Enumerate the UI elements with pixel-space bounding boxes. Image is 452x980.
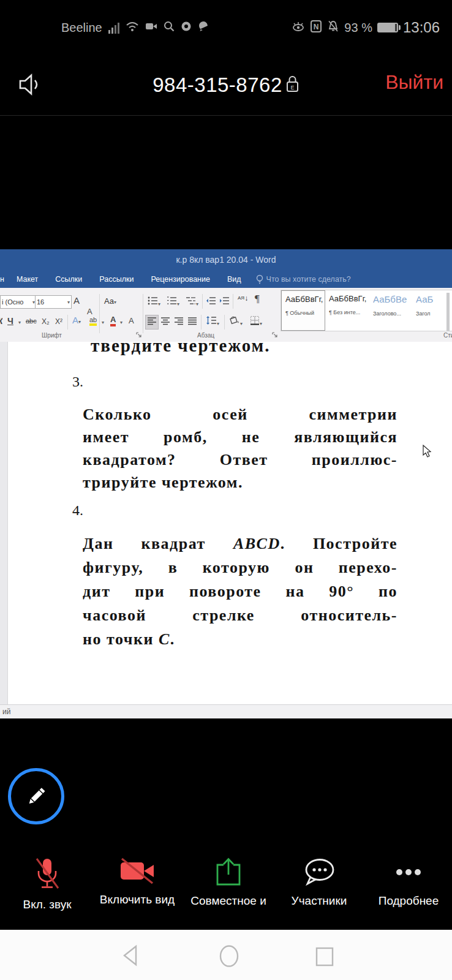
nfc-icon: N: [310, 20, 322, 36]
word-title-bar: к.р 8кл вар1 20.04 - Word: [0, 249, 452, 270]
underline-button[interactable]: Ч: [7, 316, 13, 326]
annotate-button[interactable]: [8, 768, 64, 824]
back-button[interactable]: [121, 944, 140, 969]
zoom-toolbar: Вкл. звук Включить вид Совместное и: [0, 856, 452, 930]
leave-meeting-button[interactable]: Выйти: [385, 71, 443, 94]
style-heading2[interactable]: АаБ Загол: [412, 290, 450, 331]
sort-button[interactable]: АЯ ↓: [238, 294, 248, 303]
participants-button[interactable]: Участники: [270, 856, 368, 908]
font-group-label: Шрифт: [42, 332, 62, 339]
text-effects-button[interactable]: А▾: [72, 315, 81, 325]
superscript-button[interactable]: X²: [55, 317, 62, 326]
doc-item3-number: 3.: [72, 374, 83, 390]
justify-button[interactable]: [187, 317, 197, 328]
tab-partial[interactable]: н: [0, 275, 4, 284]
language-indicator-partial[interactable]: ий: [2, 707, 10, 716]
more-dots-icon: [391, 856, 426, 888]
chat-bubble-icon: [301, 856, 337, 888]
battery-percent-label: 93 %: [344, 21, 372, 35]
change-case-button[interactable]: Аа▾: [104, 296, 116, 306]
search-status-icon: [164, 21, 175, 34]
chat-status-icon: [198, 21, 209, 34]
home-button[interactable]: [218, 944, 240, 970]
font-color-button[interactable]: А: [110, 315, 116, 326]
share-screen-button[interactable]: Совместное и: [179, 856, 277, 908]
style-heading1[interactable]: АаБбВе Заголово...: [369, 290, 412, 331]
paragraph-group-label: Абзац: [197, 332, 214, 339]
share-screen-icon: [213, 856, 244, 888]
android-status-bar: Beeline N: [0, 0, 452, 55]
align-left-button[interactable]: [146, 315, 158, 329]
decrease-indent-button[interactable]: [206, 296, 216, 308]
tab-layout[interactable]: Макет: [17, 275, 38, 284]
word-status-bar: ий: [0, 704, 452, 718]
doc-paragraph-4: Дан квадрат ABCD. Постройте фигуру, в ко…: [83, 532, 397, 651]
style-no-spacing[interactable]: АаБбВвГг, ¶ Без инте...: [325, 290, 369, 331]
align-right-button[interactable]: [174, 317, 184, 328]
doc-paragraph-3: Сколько осей симметрии имеет ромб, не яв…: [83, 403, 397, 494]
start-video-button[interactable]: Включить вид: [88, 856, 186, 907]
tab-references[interactable]: Ссылки: [55, 275, 82, 284]
doc-cut-line: твердите чертежом.: [91, 342, 271, 356]
page-gutter: [0, 342, 8, 704]
tab-mailings[interactable]: Рассылки: [99, 275, 134, 284]
unmute-button[interactable]: Вкл. звук: [0, 856, 96, 911]
ribbon: i (Осно▾ 16▾ А▲ А▼ Аа▾ А ▾ ▾ ▾: [0, 288, 452, 342]
more-button[interactable]: Подробнее: [360, 856, 452, 908]
show-marks-button[interactable]: ¶: [255, 293, 260, 305]
recents-button[interactable]: [315, 946, 334, 970]
document-title: к.р 8кл вар1 20.04 - Word: [176, 255, 276, 265]
camera-off-icon: [118, 856, 156, 887]
highlight-caret[interactable]: ▾: [102, 320, 104, 325]
notifications-muted-icon: [327, 20, 339, 36]
tell-me-box[interactable]: Что вы хотите сделать?: [256, 274, 351, 284]
pencil-icon: [23, 783, 49, 809]
zoom-meeting-header: 984-315-8762 E Выйти: [0, 55, 452, 116]
tab-review[interactable]: Рецензирование: [151, 275, 210, 284]
style-normal[interactable]: АаБбВвГг, ¶ Обычный: [281, 290, 325, 331]
signal-strength-icon: [108, 21, 119, 34]
strikethrough-button[interactable]: abc: [26, 317, 37, 325]
eye-comfort-icon: [292, 20, 305, 35]
line-spacing-button[interactable]: ▾: [206, 315, 219, 328]
font-dialog-launcher[interactable]: [136, 332, 141, 339]
multilevel-list-button[interactable]: ▾: [186, 296, 198, 308]
shading-button[interactable]: ▾: [229, 315, 243, 328]
subscript-button[interactable]: X₂: [42, 317, 50, 326]
font-color-caret[interactable]: ▾: [120, 320, 122, 325]
font-name-combo[interactable]: i (Осно▾: [0, 295, 37, 309]
svg-text:N: N: [314, 23, 319, 31]
browser-status-icon: [181, 21, 192, 34]
paragraph-dialog-launcher[interactable]: [272, 332, 277, 339]
tab-view[interactable]: Вид: [227, 275, 241, 284]
encryption-lock-icon: E: [285, 74, 299, 96]
bullets-button[interactable]: ▾: [148, 296, 160, 308]
numbering-button[interactable]: ▾: [167, 296, 179, 308]
doc-item4-number: 4.: [72, 502, 83, 519]
underline-caret[interactable]: ▾: [18, 320, 21, 325]
meeting-id-label: 984-315-8762: [153, 74, 282, 97]
font-size-combo[interactable]: 16▾: [35, 295, 72, 309]
mouse-cursor: [423, 445, 432, 461]
ribbon-tab-row: н Макет Ссылки Рассылки Рецензирование В…: [0, 270, 452, 288]
mic-muted-icon: [31, 856, 63, 892]
align-center-button[interactable]: [160, 317, 170, 328]
italic-button-partial[interactable]: К: [0, 316, 2, 326]
wifi-icon: [126, 21, 139, 34]
styles-gallery: АаБбВвГг, ¶ Обычный АаБбВвГг, ¶ Без инте…: [281, 290, 452, 331]
phone-screen: Beeline N: [0, 0, 452, 980]
clock-label: 13:06: [403, 19, 440, 36]
lightbulb-icon: [256, 274, 263, 284]
increase-indent-button[interactable]: [219, 296, 230, 308]
video-call-status-icon: [145, 21, 157, 34]
battery-icon: [377, 23, 398, 32]
styles-scrollbar[interactable]: [446, 293, 450, 331]
android-nav-bar: [0, 930, 452, 980]
borders-button[interactable]: ▾: [250, 315, 262, 328]
highlight-button[interactable]: ab: [89, 316, 97, 326]
carrier-label: Beeline: [61, 21, 102, 35]
document-canvas[interactable]: твердите чертежом. 3. Сколько осей симме…: [0, 342, 452, 704]
styles-group-label: Сти: [443, 332, 452, 339]
lock-letter: E: [290, 85, 294, 91]
